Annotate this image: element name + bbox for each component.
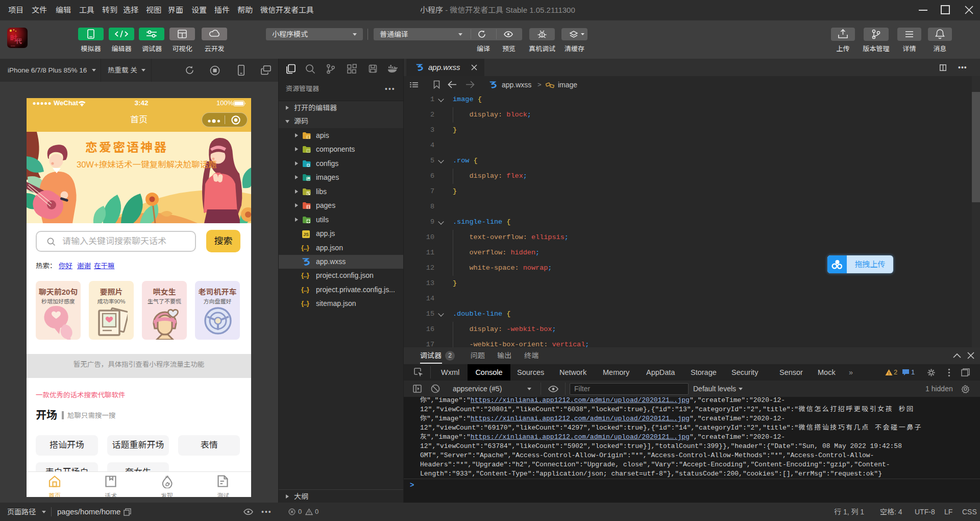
svg-text:!: ! [888, 371, 890, 376]
svg-text:代: 代 [16, 36, 22, 45]
svg-text:www: www [11, 44, 15, 47]
svg-text:JS: JS [303, 232, 309, 237]
